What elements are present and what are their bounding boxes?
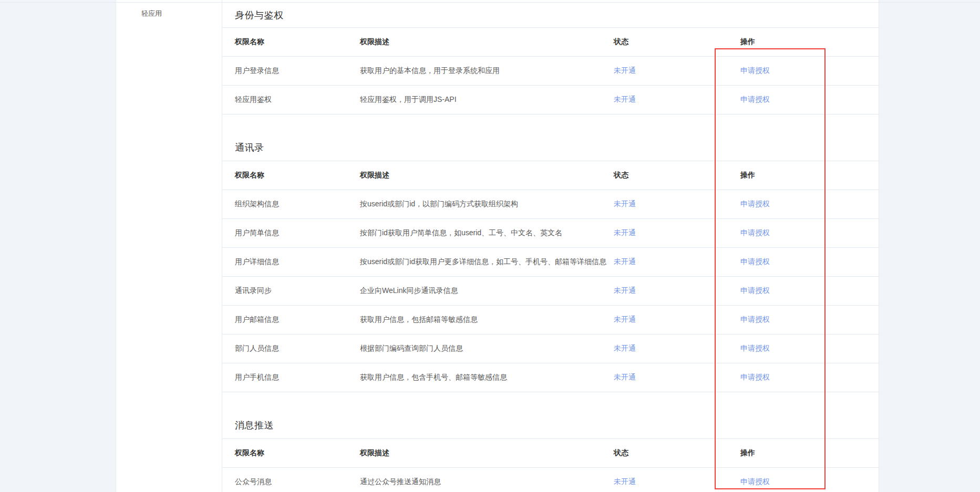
- section-title: 通讯录: [235, 141, 264, 154]
- status-text: 未开通: [614, 477, 740, 487]
- apply-auth-link[interactable]: 申请授权: [740, 286, 770, 295]
- permission-name: 公众号消息: [222, 477, 360, 487]
- section-rows: 用户登录信息 获取用户的基本信息，用于登录系统和应用 未开通 申请授权 轻应用鉴…: [222, 57, 880, 114]
- table-header-row: 权限名称 权限描述 状态 操作: [222, 28, 880, 57]
- status-text: 未开通: [614, 286, 740, 296]
- permission-name: 用户详细信息: [222, 257, 360, 267]
- permission-section: 消息推送 权限名称 权限描述 状态 操作 公众号消息 通过公众号推送通知消息 未…: [222, 412, 880, 492]
- permission-name: 组织架构信息: [222, 200, 360, 209]
- col-header-desc: 权限描述: [360, 37, 614, 47]
- status-text: 未开通: [614, 344, 740, 353]
- apply-auth-link[interactable]: 申请授权: [740, 95, 770, 103]
- col-header-action: 操作: [740, 37, 880, 47]
- section-title: 消息推送: [235, 419, 274, 432]
- permission-desc: 企业向WeLink同步通讯录信息: [360, 286, 614, 296]
- permission-name: 用户邮箱信息: [222, 315, 360, 324]
- section-title-row: 消息推送: [222, 412, 880, 439]
- status-text: 未开通: [614, 315, 740, 324]
- section-title: 身份与鉴权: [235, 9, 284, 22]
- permission-section: 通讯录 权限名称 权限描述 状态 操作 组织架构信息 按userid或部门id，…: [222, 134, 880, 392]
- apply-auth-link[interactable]: 申请授权: [740, 200, 770, 208]
- table-row: 用户简单信息 按部门id获取用户简单信息，如userid、工号、中文名、英文名 …: [222, 219, 880, 248]
- permission-section: 身份与鉴权 权限名称 权限描述 状态 操作 用户登录信息 获取用户的基本信息，用…: [222, 3, 880, 114]
- status-text: 未开通: [614, 200, 740, 209]
- col-header-name: 权限名称: [222, 171, 360, 180]
- status-text: 未开通: [614, 66, 740, 76]
- col-header-name: 权限名称: [222, 448, 360, 458]
- status-text: 未开通: [614, 257, 740, 267]
- permission-desc: 获取用户的基本信息，用于登录系统和应用: [360, 66, 614, 76]
- table-header-row: 权限名称 权限描述 状态 操作: [222, 161, 880, 190]
- content-panel: 轻应用 身份与鉴权 权限名称 权限描述 状态 操作 用户登录信息 获取用户的基本…: [116, 0, 879, 492]
- status-text: 未开通: [614, 373, 740, 382]
- apply-auth-link[interactable]: 申请授权: [740, 66, 770, 75]
- permission-name: 轻应用鉴权: [222, 95, 360, 104]
- sidebar-item-light-app[interactable]: 轻应用: [141, 9, 162, 18]
- table-row: 通讯录同步 企业向WeLink同步通讯录信息 未开通 申请授权: [222, 277, 880, 306]
- section-title-row: 身份与鉴权: [222, 3, 880, 28]
- permission-desc: 根据部门编码查询部门人员信息: [360, 344, 614, 353]
- col-header-name: 权限名称: [222, 37, 360, 47]
- col-header-action: 操作: [740, 448, 880, 458]
- permission-name: 用户简单信息: [222, 228, 360, 238]
- permission-desc: 按userid或部门id获取用户更多详细信息，如工号、手机号、邮箱等详细信息: [360, 257, 614, 267]
- table-row: 用户邮箱信息 获取用户信息，包括邮箱等敏感信息 未开通 申请授权: [222, 306, 880, 334]
- col-header-desc: 权限描述: [360, 448, 614, 458]
- permissions-main: 身份与鉴权 权限名称 权限描述 状态 操作 用户登录信息 获取用户的基本信息，用…: [222, 3, 880, 492]
- table-row: 公众号消息 通过公众号推送通知消息 未开通 申请授权: [222, 468, 880, 492]
- permission-desc: 轻应用鉴权，用于调用JS-API: [360, 95, 614, 104]
- permission-name: 部门人员信息: [222, 344, 360, 353]
- col-header-action: 操作: [740, 171, 880, 180]
- table-row: 组织架构信息 按userid或部门id，以部门编码方式获取组织架构 未开通 申请…: [222, 190, 880, 219]
- col-header-status: 状态: [614, 37, 740, 47]
- top-border-line: [0, 2, 980, 3]
- permission-desc: 获取用户信息，包含手机号、邮箱等敏感信息: [360, 373, 614, 382]
- section-rows: 组织架构信息 按userid或部门id，以部门编码方式获取组织架构 未开通 申请…: [222, 190, 880, 392]
- table-header-row: 权限名称 权限描述 状态 操作: [222, 439, 880, 468]
- table-row: 部门人员信息 根据部门编码查询部门人员信息 未开通 申请授权: [222, 334, 880, 363]
- permission-name: 通讯录同步: [222, 286, 360, 296]
- section-rows: 公众号消息 通过公众号推送通知消息 未开通 申请授权: [222, 468, 880, 492]
- apply-auth-link[interactable]: 申请授权: [740, 257, 770, 266]
- col-header-desc: 权限描述: [360, 171, 614, 180]
- section-title-row: 通讯录: [222, 134, 880, 161]
- permission-desc: 按userid或部门id，以部门编码方式获取组织架构: [360, 200, 614, 209]
- permission-desc: 获取用户信息，包括邮箱等敏感信息: [360, 315, 614, 324]
- apply-auth-link[interactable]: 申请授权: [740, 315, 770, 323]
- apply-auth-link[interactable]: 申请授权: [740, 228, 770, 237]
- permission-name: 用户登录信息: [222, 66, 360, 76]
- sidebar: 轻应用: [116, 0, 222, 492]
- permission-desc: 按部门id获取用户简单信息，如userid、工号、中文名、英文名: [360, 228, 614, 238]
- table-row: 用户登录信息 获取用户的基本信息，用于登录系统和应用 未开通 申请授权: [222, 57, 880, 86]
- table-row: 用户手机信息 获取用户信息，包含手机号、邮箱等敏感信息 未开通 申请授权: [222, 363, 880, 392]
- col-header-status: 状态: [614, 171, 740, 180]
- status-text: 未开通: [614, 95, 740, 104]
- permission-name: 用户手机信息: [222, 373, 360, 382]
- table-row: 轻应用鉴权 轻应用鉴权，用于调用JS-API 未开通 申请授权: [222, 86, 880, 114]
- apply-auth-link[interactable]: 申请授权: [740, 344, 770, 352]
- permission-desc: 通过公众号推送通知消息: [360, 477, 614, 487]
- apply-auth-link[interactable]: 申请授权: [740, 373, 770, 381]
- table-row: 用户详细信息 按userid或部门id获取用户更多详细信息，如工号、手机号、邮箱…: [222, 248, 880, 277]
- status-text: 未开通: [614, 228, 740, 238]
- col-header-status: 状态: [614, 448, 740, 458]
- app-permissions-page: 轻应用 身份与鉴权 权限名称 权限描述 状态 操作 用户登录信息 获取用户的基本…: [0, 0, 980, 492]
- apply-auth-link[interactable]: 申请授权: [740, 477, 770, 486]
